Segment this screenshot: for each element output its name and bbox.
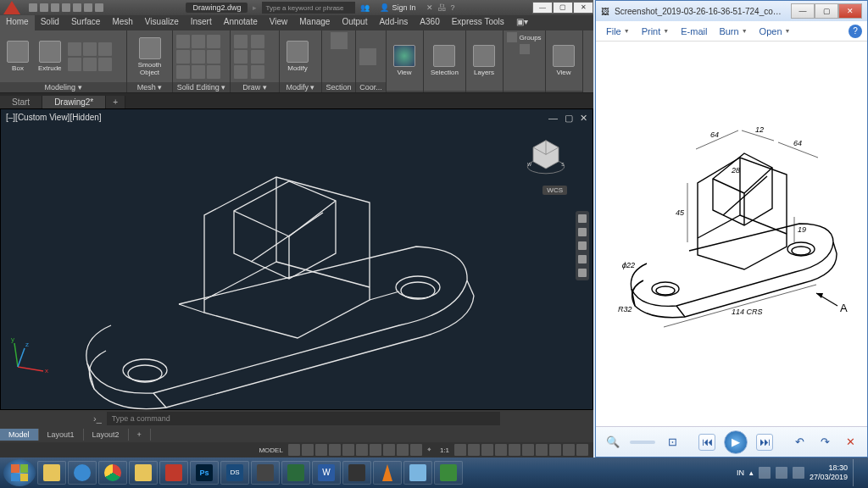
box-button[interactable]: Box bbox=[3, 39, 32, 74]
pv-fit-button[interactable]: ⊡ bbox=[664, 434, 681, 451]
tab-visualize[interactable]: Visualize bbox=[139, 15, 185, 30]
chamfer-icon[interactable] bbox=[192, 65, 205, 79]
task-photoviewer[interactable] bbox=[403, 461, 432, 485]
minimize-button[interactable]: — bbox=[532, 2, 553, 14]
orbit-icon[interactable] bbox=[578, 255, 587, 263]
ungroup-icon[interactable] bbox=[520, 44, 530, 54]
pv-delete-button[interactable]: ✕ bbox=[842, 434, 859, 451]
showmotion-icon[interactable] bbox=[578, 269, 587, 277]
task-catia[interactable]: DS bbox=[220, 461, 249, 485]
fillet-icon[interactable] bbox=[176, 65, 190, 79]
maximize-button[interactable]: ▢ bbox=[553, 2, 573, 14]
tab-featured[interactable]: ▣▾ bbox=[510, 15, 534, 30]
tray-clock[interactable]: 18:30 27/03/2019 bbox=[810, 463, 848, 482]
tray-network-icon[interactable] bbox=[776, 467, 787, 479]
vp-close-icon[interactable]: ✕ bbox=[580, 113, 587, 124]
layout-tab-layout2[interactable]: Layout2 bbox=[84, 429, 129, 441]
close-button[interactable]: ✕ bbox=[573, 2, 593, 14]
pv-next-button[interactable]: ⏭ bbox=[756, 434, 773, 451]
task-chrome[interactable] bbox=[98, 461, 127, 485]
pv-zoom-slider[interactable] bbox=[630, 441, 655, 444]
stayconnected-icon[interactable]: 品 bbox=[438, 3, 446, 14]
thicken-icon[interactable] bbox=[192, 50, 205, 64]
fullnav-icon[interactable] bbox=[578, 214, 587, 223]
group-icon[interactable] bbox=[507, 32, 517, 42]
tab-mesh[interactable]: Mesh bbox=[106, 15, 138, 30]
status-custom-icon[interactable] bbox=[576, 444, 588, 456]
help-search-input[interactable]: Type a keyword or phrase bbox=[262, 2, 355, 14]
status-lwt-icon[interactable] bbox=[397, 444, 409, 456]
pv-play-button[interactable]: ▶ bbox=[724, 430, 748, 454]
presspull-icon[interactable] bbox=[68, 58, 81, 71]
shell-icon[interactable] bbox=[207, 65, 220, 79]
status-quickprops-icon[interactable] bbox=[509, 444, 520, 456]
line-icon[interactable] bbox=[234, 35, 248, 48]
circle-icon[interactable] bbox=[234, 50, 248, 64]
task-explorer[interactable] bbox=[37, 461, 66, 485]
qat-save-icon[interactable] bbox=[51, 3, 59, 12]
pv-close-button[interactable]: ✕ bbox=[838, 3, 862, 19]
pv-minimize-button[interactable]: — bbox=[791, 3, 815, 19]
tab-home[interactable]: Home bbox=[0, 15, 35, 30]
task-ie[interactable] bbox=[68, 461, 97, 485]
status-lock-icon[interactable] bbox=[522, 444, 534, 456]
polysolid-icon[interactable] bbox=[83, 58, 97, 71]
task-app3[interactable] bbox=[342, 461, 371, 485]
status-scale[interactable]: 1:1 bbox=[437, 446, 453, 454]
status-3dosnap-icon[interactable] bbox=[356, 444, 368, 456]
status-cleanscreen-icon[interactable] bbox=[563, 444, 575, 456]
panel-title-modeling[interactable]: Modeling ▾ bbox=[0, 82, 126, 92]
extrude-button[interactable]: Extrude bbox=[35, 39, 65, 74]
pv-menu-file[interactable]: File▼ bbox=[601, 25, 635, 38]
vp-minimize-icon[interactable]: — bbox=[548, 113, 558, 124]
view-button[interactable]: View bbox=[390, 43, 419, 78]
status-snap-icon[interactable] bbox=[302, 444, 314, 456]
tab-output[interactable]: Output bbox=[336, 15, 373, 30]
intersect-icon[interactable] bbox=[207, 35, 220, 48]
smoothobject-button[interactable]: Smooth Object bbox=[131, 36, 169, 78]
doc-tab-start[interactable]: Start bbox=[0, 96, 42, 108]
tab-solid[interactable]: Solid bbox=[35, 15, 65, 30]
section-icon[interactable] bbox=[331, 32, 348, 49]
pv-menu-print[interactable]: Print▼ bbox=[637, 25, 675, 38]
qat-undo-icon[interactable] bbox=[84, 3, 92, 12]
task-word[interactable]: W bbox=[312, 461, 341, 485]
arc-icon[interactable] bbox=[251, 50, 264, 64]
tab-view[interactable]: View bbox=[264, 15, 294, 30]
task-app1[interactable] bbox=[251, 461, 280, 485]
layers-button[interactable]: Layers bbox=[470, 43, 498, 78]
panel-title-mesh[interactable]: Mesh ▾ bbox=[127, 82, 172, 92]
pv-maximize-button[interactable]: ▢ bbox=[815, 3, 838, 19]
pv-menu-burn[interactable]: Burn▼ bbox=[714, 25, 752, 38]
modify-button[interactable]: Modify bbox=[283, 39, 312, 74]
tray-volume-icon[interactable] bbox=[793, 467, 804, 479]
panel-title-draw[interactable]: Draw ▾ bbox=[231, 82, 279, 92]
revolve-icon[interactable] bbox=[68, 42, 81, 56]
status-grid-icon[interactable] bbox=[288, 444, 300, 456]
qat-redo-icon[interactable] bbox=[95, 3, 103, 12]
panel-title-modify[interactable]: Modify ▾ bbox=[280, 82, 321, 92]
exchange-icon[interactable]: ✕ bbox=[426, 3, 433, 12]
drawing-viewport[interactable]: [–][Custom View][Hidden] — ▢ ✕ WS WCS bbox=[0, 108, 593, 410]
pv-menu-email[interactable]: E-mail bbox=[676, 25, 712, 38]
doc-tab-drawing2[interactable]: Drawing2* bbox=[42, 96, 106, 108]
loft-icon[interactable] bbox=[83, 42, 97, 56]
status-model[interactable]: MODEL bbox=[255, 446, 286, 454]
infocenter-icon[interactable]: 👥 bbox=[360, 3, 370, 12]
panel-title-section[interactable]: Section bbox=[322, 82, 355, 92]
status-isolate-icon[interactable] bbox=[549, 444, 561, 456]
pv-image-canvas[interactable]: 64 12 64 28 45 19 ϕ22 R32 114 CRS A bbox=[596, 42, 867, 426]
tab-addins[interactable]: Add-ins bbox=[373, 15, 414, 30]
pv-zoomout-button[interactable]: 🔍 bbox=[604, 434, 621, 451]
status-ortho-icon[interactable] bbox=[315, 444, 327, 456]
pv-rotate-cw-button[interactable]: ↷ bbox=[816, 434, 833, 451]
pv-prev-button[interactable]: ⏮ bbox=[698, 434, 715, 451]
status-otrack-icon[interactable] bbox=[370, 444, 381, 456]
tray-show-hidden-icon[interactable]: ▴ bbox=[749, 469, 754, 477]
qat-plot-icon[interactable] bbox=[73, 3, 81, 12]
status-units-icon[interactable] bbox=[495, 444, 507, 456]
solid-icon[interactable] bbox=[98, 58, 112, 71]
wcs-badge[interactable]: WCS bbox=[542, 186, 567, 195]
status-polar-icon[interactable] bbox=[329, 444, 341, 456]
qat-new-icon[interactable] bbox=[29, 3, 37, 12]
